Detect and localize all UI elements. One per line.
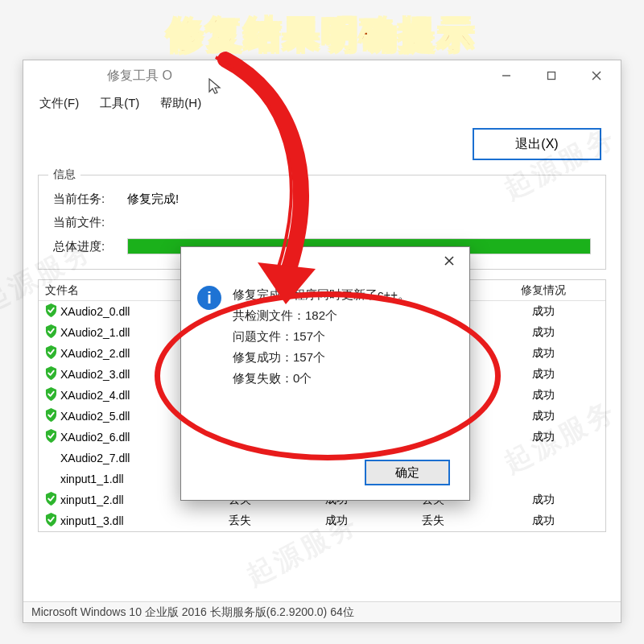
- cell-repair: 成功: [481, 367, 605, 382]
- msg-line-5: 修复失败：0个: [233, 368, 410, 389]
- statusbar: Microsoft Windows 10 企业版 2016 长期服务版(6.2.…: [23, 601, 621, 622]
- cell-c4: 丢失: [385, 514, 481, 528]
- cell-repair: 成功: [481, 409, 605, 423]
- titlebar: 修复工具 O: [23, 60, 621, 91]
- info-icon: i: [197, 286, 221, 310]
- cell-filename: XAudio2_6.dll: [39, 429, 192, 445]
- cell-filename: XAudio2_3.dll: [39, 366, 192, 382]
- exit-button[interactable]: 退出(X): [473, 128, 601, 160]
- task-label: 当前任务:: [53, 192, 127, 207]
- menu-help[interactable]: 帮助(H): [160, 96, 201, 111]
- shield-ok-icon: [45, 303, 57, 320]
- shield-ok-icon: [45, 408, 57, 424]
- menu-tool[interactable]: 工具(T): [100, 96, 139, 111]
- cell-filename: xinput1_1.dll: [39, 473, 192, 485]
- headline-annotation: 修复结果明确提示: [0, 0, 644, 59]
- cell-filename: xinput1_3.dll: [39, 513, 192, 529]
- table-row[interactable]: xinput1_3.dll丢失成功丢失成功: [39, 510, 605, 531]
- cell-repair: 成功: [481, 346, 605, 361]
- progress-label: 总体进度:: [53, 239, 127, 254]
- cell-filename: XAudio2_2.dll: [39, 345, 192, 361]
- cell-repair: 成功: [481, 430, 605, 444]
- result-dialog: i 修复完成！程序同时更新了c++。 共检测文件：182个 问题文件：157个 …: [180, 246, 470, 501]
- toolbar: 退出(X): [23, 117, 621, 171]
- msg-line-3: 问题文件：157个: [233, 326, 410, 347]
- cell-c2: 丢失: [192, 514, 288, 528]
- window-title: 修复工具 O: [35, 68, 172, 85]
- cell-repair: 成功: [481, 493, 605, 507]
- shield-ok-icon: [45, 513, 57, 529]
- cell-filename: XAudio2_4.dll: [39, 387, 192, 403]
- cell-filename: XAudio2_1.dll: [39, 324, 192, 341]
- shield-ok-icon: [45, 366, 57, 382]
- cell-filename: XAudio2_7.dll: [39, 452, 192, 464]
- msg-line-4: 修复成功：157个: [233, 347, 410, 368]
- cell-repair: 成功: [481, 514, 605, 528]
- svg-rect-1: [548, 72, 555, 80]
- cell-filename: xinput1_2.dll: [39, 492, 192, 508]
- cell-repair: 成功: [481, 388, 605, 402]
- ok-button[interactable]: 确定: [365, 460, 450, 485]
- cell-repair: 成功: [481, 325, 605, 340]
- minimize-button[interactable]: [484, 62, 529, 89]
- col-filename[interactable]: 文件名: [39, 283, 192, 298]
- cell-c3: 成功: [288, 514, 385, 528]
- col-repair[interactable]: 修复情况: [481, 283, 605, 298]
- task-value: 修复完成!: [127, 192, 179, 207]
- dialog-titlebar: [181, 247, 469, 275]
- menubar: 文件(F) 工具(T) 帮助(H): [23, 91, 621, 117]
- dialog-message: 修复完成！程序同时更新了c++。 共检测文件：182个 问题文件：157个 修复…: [233, 284, 410, 389]
- msg-line-1: 修复完成！程序同时更新了c++。: [233, 284, 410, 305]
- info-legend: 信息: [48, 167, 80, 182]
- shield-ok-icon: [45, 492, 57, 508]
- shield-ok-icon: [45, 345, 57, 361]
- msg-line-2: 共检测文件：182个: [233, 305, 410, 326]
- cursor-icon: [208, 77, 224, 97]
- maximize-button[interactable]: [529, 62, 574, 89]
- dialog-close-button[interactable]: [432, 250, 466, 272]
- file-label: 当前文件:: [53, 215, 127, 230]
- shield-ok-icon: [45, 429, 57, 445]
- shield-ok-icon: [45, 387, 57, 403]
- shield-ok-icon: [45, 324, 57, 341]
- cell-filename: XAudio2_5.dll: [39, 408, 192, 424]
- cell-repair: 成功: [481, 304, 605, 319]
- menu-file[interactable]: 文件(F): [39, 96, 79, 111]
- cell-filename: XAudio2_0.dll: [39, 303, 192, 320]
- close-button[interactable]: [574, 62, 619, 89]
